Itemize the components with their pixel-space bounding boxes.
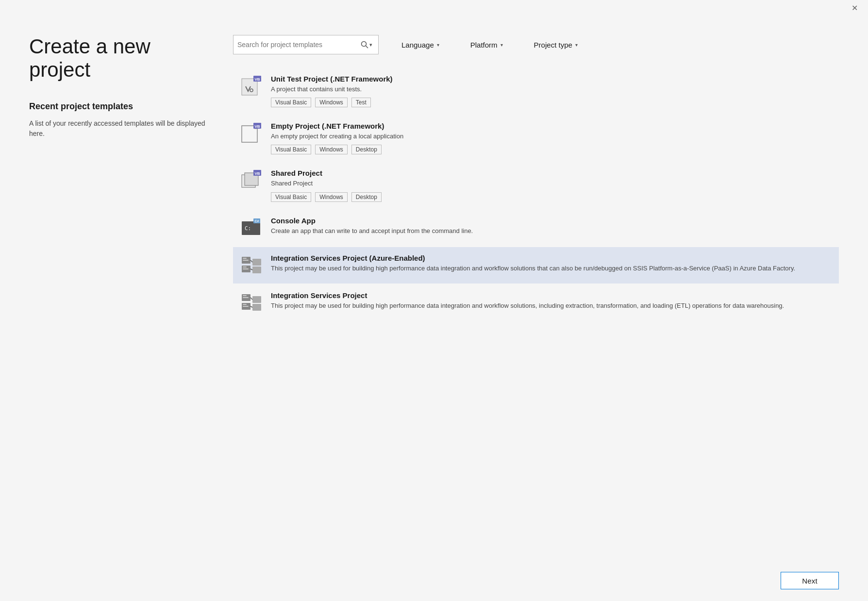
search-button[interactable]: ▾ <box>359 41 374 49</box>
template-desc-empty-project: An empty project for creating a local ap… <box>271 132 831 141</box>
svg-rect-33 <box>252 304 261 311</box>
tag-desktop: Desktop <box>351 145 382 154</box>
template-name-integration-azure: Integration Services Project (Azure-Enab… <box>271 254 831 262</box>
template-desc-integration-services: This project may be used for building hi… <box>271 301 831 310</box>
main-content: Create a new project Recent project temp… <box>0 16 868 564</box>
platform-arrow: ▾ <box>501 42 503 48</box>
template-desc-shared-project: Shared Project <box>271 179 831 188</box>
svg-rect-28 <box>243 267 247 267</box>
tag-visual-basic: Visual Basic <box>271 145 311 154</box>
template-item-integration-azure[interactable]: Integration Services Project (Azure-Enab… <box>233 247 839 284</box>
template-item-console-app[interactable]: C# C: Console AppCreate an app that can … <box>233 210 839 246</box>
template-item-empty-project[interactable]: VB Empty Project (.NET Framework)An empt… <box>233 115 839 161</box>
template-tags-unit-test: Visual BasicWindowsTest <box>271 98 831 107</box>
language-label: Language <box>401 41 434 49</box>
template-item-unit-test[interactable]: VB Unit Test Project (.NET Framework)A p… <box>233 68 839 114</box>
template-item-shared-project[interactable]: VB Shared ProjectShared ProjectVisual Ba… <box>233 162 839 208</box>
next-button[interactable]: Next <box>781 572 839 589</box>
template-info-integration-azure: Integration Services Project (Azure-Enab… <box>271 254 831 277</box>
template-tags-shared-project: Visual BasicWindowsDesktop <box>271 192 831 202</box>
template-item-integration-services[interactable]: Integration Services ProjectThis project… <box>233 284 839 321</box>
template-icon-shared-project: VB <box>241 170 262 191</box>
svg-rect-37 <box>243 297 249 298</box>
template-name-unit-test: Unit Test Project (.NET Framework) <box>271 75 831 83</box>
tag-windows: Windows <box>315 192 348 202</box>
svg-rect-36 <box>243 295 247 296</box>
language-dropdown[interactable]: Language ▾ <box>393 35 448 54</box>
recent-description: A list of your recently accessed templat… <box>29 118 214 139</box>
svg-line-24 <box>250 260 252 262</box>
tag-visual-basic: Visual Basic <box>271 192 311 202</box>
create-project-window: ✕ Create a new project Recent project te… <box>0 0 868 601</box>
template-tags-empty-project: Visual BasicWindowsDesktop <box>271 145 831 154</box>
footer: Next <box>0 564 868 601</box>
tag-desktop: Desktop <box>351 192 382 202</box>
svg-rect-22 <box>252 259 261 266</box>
svg-rect-23 <box>252 267 261 273</box>
template-desc-integration-azure: This project may be used for building hi… <box>271 264 831 273</box>
language-arrow: ▾ <box>437 42 439 48</box>
tag-windows: Windows <box>315 98 348 107</box>
template-icon-integration-services <box>241 292 262 314</box>
close-button[interactable]: ✕ <box>849 2 860 14</box>
svg-text:C:: C: <box>245 225 251 232</box>
svg-rect-39 <box>243 306 249 307</box>
search-box[interactable]: ▾ <box>233 35 379 54</box>
tag-visual-basic: Visual Basic <box>271 98 311 107</box>
template-name-integration-services: Integration Services Project <box>271 291 831 300</box>
svg-line-34 <box>250 298 252 300</box>
template-info-integration-services: Integration Services ProjectThis project… <box>271 291 831 314</box>
svg-line-1 <box>366 46 368 49</box>
page-title: Create a new project <box>29 35 214 82</box>
svg-rect-32 <box>252 296 261 303</box>
tag-test: Test <box>351 98 371 107</box>
template-icon-integration-azure <box>241 255 262 276</box>
template-desc-console-app: Create an app that can write to and acce… <box>271 227 831 235</box>
template-icon-console-app: C# C: <box>241 217 262 239</box>
template-desc-unit-test: A project that contains unit tests. <box>271 85 831 94</box>
template-info-empty-project: Empty Project (.NET Framework)An empty p… <box>271 122 831 154</box>
svg-point-0 <box>362 42 367 47</box>
tag-windows: Windows <box>315 145 348 154</box>
search-input[interactable] <box>237 41 359 49</box>
svg-rect-26 <box>243 258 247 259</box>
project-type-arrow: ▾ <box>575 42 578 48</box>
platform-label: Platform <box>470 41 498 49</box>
template-name-shared-project: Shared Project <box>271 169 831 177</box>
template-info-console-app: Console AppCreate an app that can write … <box>271 217 831 239</box>
template-name-empty-project: Empty Project (.NET Framework) <box>271 122 831 130</box>
svg-text:VB: VB <box>254 171 260 176</box>
svg-text:VB: VB <box>254 77 260 82</box>
svg-line-35 <box>250 306 252 307</box>
template-icon-empty-project: VB <box>241 123 262 144</box>
svg-text:C#: C# <box>255 219 259 223</box>
template-icon-unit-test: VB <box>241 76 262 97</box>
platform-dropdown[interactable]: Platform ▾ <box>462 35 511 54</box>
title-bar: ✕ <box>0 0 868 16</box>
svg-rect-38 <box>243 304 247 305</box>
left-panel: Create a new project Recent project temp… <box>29 35 233 550</box>
svg-rect-29 <box>243 268 249 269</box>
templates-list: VB Unit Test Project (.NET Framework)A p… <box>233 68 839 550</box>
search-icon <box>361 41 368 49</box>
svg-rect-27 <box>243 260 249 261</box>
filter-bar: ▾ Language ▾ Platform ▾ Project type ▾ <box>233 35 839 54</box>
project-type-dropdown[interactable]: Project type ▾ <box>526 35 586 54</box>
recent-heading: Recent project templates <box>29 101 214 112</box>
template-info-unit-test: Unit Test Project (.NET Framework)A proj… <box>271 75 831 107</box>
search-dropdown-arrow: ▾ <box>369 42 372 48</box>
svg-text:VB: VB <box>254 124 260 129</box>
template-info-shared-project: Shared ProjectShared ProjectVisual Basic… <box>271 169 831 201</box>
template-name-console-app: Console App <box>271 217 831 225</box>
svg-line-25 <box>250 269 252 270</box>
right-panel: ▾ Language ▾ Platform ▾ Project type ▾ <box>233 35 839 550</box>
project-type-label: Project type <box>534 41 572 49</box>
